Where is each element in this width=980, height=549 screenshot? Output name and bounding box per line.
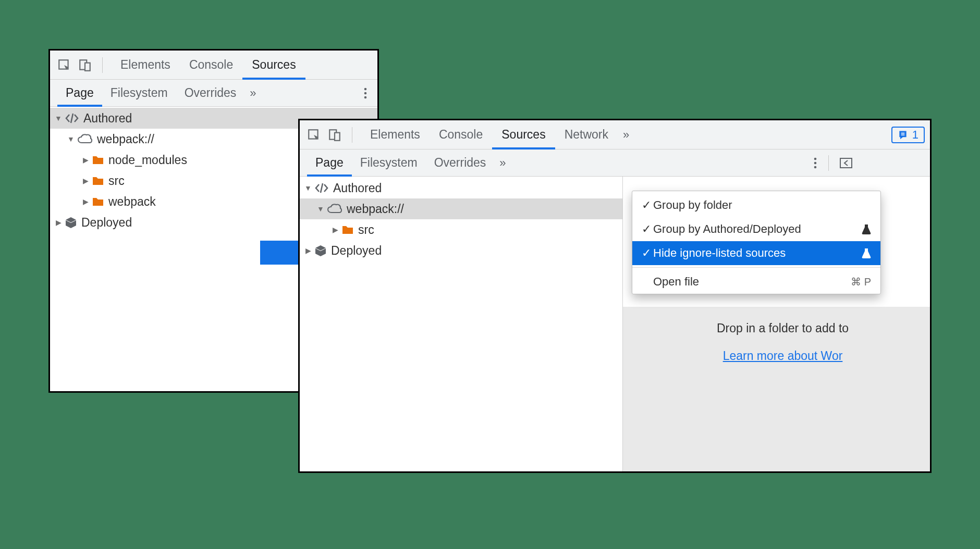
tree-label: webpack (108, 195, 156, 209)
file-tree: Authored webpack:// src Deployed (300, 177, 623, 471)
expand-icon[interactable] (80, 197, 91, 206)
devtools-window-after: Elements Console Sources Network » 1 Pag… (298, 119, 932, 473)
tree-src[interactable]: src (300, 219, 622, 240)
tree-webpack-origin[interactable]: webpack:// (300, 198, 622, 219)
code-icon (65, 113, 79, 124)
svg-point-12 (814, 161, 817, 164)
tree-label: node_modules (108, 153, 187, 167)
toolbar-divider (828, 155, 829, 171)
sources-options-dropdown: ✓ Group by folder ✓ Group by Authored/De… (632, 191, 881, 294)
expand-icon[interactable] (53, 218, 64, 227)
menu-open-file[interactable]: Open file ⌘ P (632, 270, 880, 294)
more-options-icon[interactable] (808, 157, 822, 169)
check-icon: ✓ (640, 198, 653, 212)
expand-icon[interactable] (303, 184, 313, 192)
menu-label: Group by folder (653, 198, 871, 212)
menu-group-by-folder[interactable]: ✓ Group by folder (632, 193, 880, 217)
inspect-icon[interactable] (57, 58, 71, 72)
folder-icon (92, 176, 104, 186)
main-tabs: Elements Console Sources (111, 51, 305, 80)
tree-label: Deployed (81, 216, 132, 230)
svg-point-4 (364, 92, 367, 94)
sources-sub-toolbar: Page Filesystem Overrides » (50, 80, 377, 107)
sources-sub-toolbar: Page Filesystem Overrides » (300, 149, 930, 177)
tab-console[interactable]: Console (430, 120, 492, 149)
tree-label: Authored (83, 111, 132, 126)
tree-label: Authored (333, 181, 382, 195)
issues-count: 1 (912, 128, 918, 142)
cube-icon (314, 244, 327, 257)
menu-group-by-authored-deployed[interactable]: ✓ Group by Authored/Deployed (632, 217, 880, 241)
expand-icon[interactable] (303, 246, 313, 255)
flask-icon (862, 248, 871, 258)
svg-rect-9 (901, 132, 904, 133)
menu-separator (632, 267, 880, 268)
expand-icon[interactable] (80, 156, 91, 164)
check-icon: ✓ (640, 246, 653, 260)
menu-label: Hide ignore-listed sources (653, 246, 858, 260)
svg-rect-2 (85, 63, 90, 70)
tree-label: webpack:// (97, 132, 154, 146)
toolbar-divider (352, 127, 352, 143)
menu-hide-ignore-listed[interactable]: ✓ Hide ignore-listed sources (632, 241, 880, 265)
more-options-icon[interactable] (359, 87, 372, 99)
subtab-page[interactable]: Page (57, 80, 102, 107)
expand-icon[interactable] (53, 114, 64, 122)
toggle-navigator-icon[interactable] (835, 157, 857, 169)
tab-sources[interactable]: Sources (492, 120, 555, 149)
sub-tabs-overflow-icon[interactable]: » (494, 156, 511, 170)
tree-label: src (358, 223, 374, 237)
learn-more-link[interactable]: Learn more about Wor (723, 349, 843, 363)
workspace-hint-text: Drop in a folder to add to (638, 321, 928, 335)
issues-badge[interactable]: 1 (891, 127, 925, 143)
subtab-overrides[interactable]: Overrides (426, 149, 495, 177)
expand-icon[interactable] (315, 205, 326, 213)
svg-rect-8 (335, 132, 340, 140)
main-toolbar: Elements Console Sources Network » 1 (300, 120, 930, 149)
sub-tabs-overflow-icon[interactable]: » (244, 86, 261, 100)
check-icon: ✓ (640, 222, 653, 236)
cube-icon (65, 216, 77, 229)
toolbar-divider (102, 57, 103, 73)
folder-icon (92, 155, 104, 165)
main-tabs: Elements Console Sources Network (361, 120, 618, 149)
flask-icon (862, 224, 871, 234)
svg-point-5 (364, 96, 367, 98)
workspace-hint: Drop in a folder to add to Learn more ab… (623, 307, 930, 471)
tree-label: src (108, 174, 125, 188)
inspect-icon[interactable] (307, 128, 321, 142)
tree-deployed[interactable]: Deployed (300, 240, 622, 261)
cloud-icon (327, 203, 342, 215)
tree-label: Deployed (331, 244, 382, 258)
tab-sources[interactable]: Sources (242, 51, 305, 80)
subtab-page[interactable]: Page (307, 149, 352, 177)
subtab-filesystem[interactable]: Filesystem (352, 149, 426, 177)
svg-point-11 (814, 157, 817, 160)
menu-label: Open file (653, 275, 851, 289)
device-toggle-icon[interactable] (78, 58, 92, 72)
svg-point-13 (814, 166, 817, 168)
subtab-filesystem[interactable]: Filesystem (102, 80, 176, 107)
folder-icon (92, 196, 104, 207)
main-toolbar: Elements Console Sources (50, 51, 377, 80)
tab-elements[interactable]: Elements (111, 51, 180, 80)
device-toggle-icon[interactable] (328, 128, 341, 142)
tab-network[interactable]: Network (555, 120, 618, 149)
expand-icon[interactable] (330, 226, 340, 234)
cloud-icon (77, 133, 93, 145)
svg-rect-14 (840, 158, 852, 168)
expand-icon[interactable] (80, 177, 91, 185)
tree-label: webpack:// (347, 202, 404, 216)
svg-rect-10 (901, 134, 904, 135)
svg-point-3 (364, 88, 367, 90)
main-tabs-overflow-icon[interactable]: » (618, 128, 634, 142)
keyboard-shortcut: ⌘ P (851, 276, 871, 288)
code-icon (314, 182, 329, 194)
subtab-overrides[interactable]: Overrides (176, 80, 245, 107)
menu-label: Group by Authored/Deployed (653, 222, 858, 236)
expand-icon[interactable] (66, 135, 76, 143)
tab-console[interactable]: Console (180, 51, 242, 80)
tree-authored[interactable]: Authored (300, 178, 622, 198)
folder-icon (341, 224, 354, 235)
tab-elements[interactable]: Elements (361, 120, 430, 149)
